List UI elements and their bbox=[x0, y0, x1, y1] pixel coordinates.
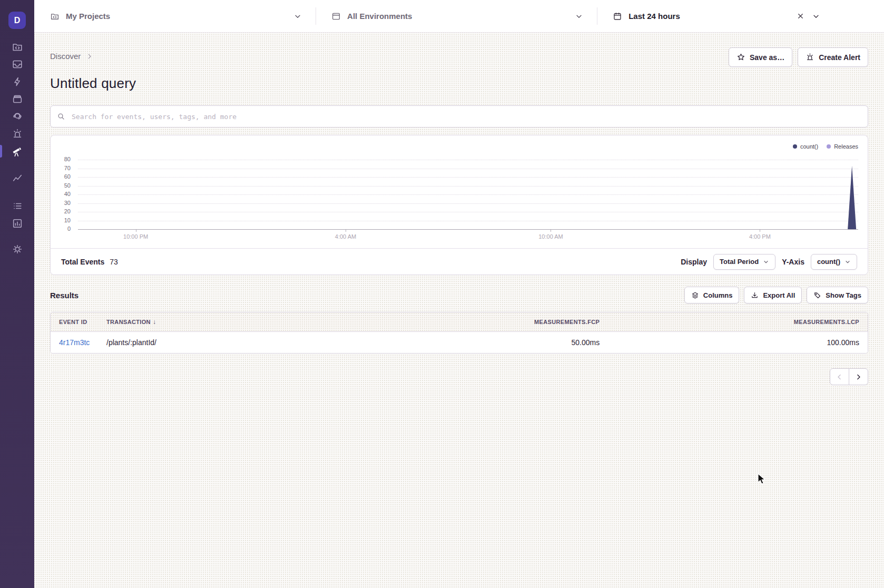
y-axis-label: Y-Axis bbox=[782, 258, 804, 266]
lightning-icon bbox=[12, 76, 23, 87]
pagination bbox=[50, 368, 868, 385]
column-header-transaction[interactable]: TRANSACTION ↓ bbox=[106, 318, 340, 326]
chevron-down-icon bbox=[293, 12, 302, 21]
fcp-cell: 50.00ms bbox=[340, 338, 600, 347]
y-axis-dropdown-value: count() bbox=[817, 258, 840, 266]
search-icon bbox=[57, 112, 65, 123]
main-content: Discover Save as… Create Alert Untitled … bbox=[34, 33, 884, 588]
layers-icon bbox=[691, 291, 699, 299]
event-id-link[interactable]: 4r17m3tc bbox=[59, 338, 90, 347]
export-all-button-label: Export All bbox=[763, 291, 795, 299]
events-chart-panel: count() Releases 80 70 60 50 40 30 20 10 bbox=[50, 135, 868, 275]
column-header-measurements-lcp[interactable]: MEASUREMENTS.LCP bbox=[600, 319, 859, 325]
date-range-label: Last 24 hours bbox=[628, 12, 680, 21]
columns-button-label: Columns bbox=[703, 291, 733, 299]
sidebar-nav bbox=[0, 38, 34, 258]
environment-selector-label: All Environments bbox=[347, 12, 412, 21]
chart-legend: count() Releases bbox=[793, 143, 858, 150]
sidebar-item-settings[interactable] bbox=[0, 241, 34, 258]
sidebar-item-issues[interactable] bbox=[0, 56, 34, 73]
sidebar-item-discover[interactable] bbox=[0, 143, 34, 160]
display-dropdown[interactable]: Total Period bbox=[713, 254, 775, 270]
releases-box-icon bbox=[12, 93, 23, 105]
legend-item-count[interactable]: count() bbox=[793, 143, 818, 150]
top-bar: My Projects All Environments Last 24 hou… bbox=[34, 0, 884, 33]
bar-chart-icon bbox=[12, 218, 23, 229]
line-chart-icon bbox=[12, 172, 23, 184]
list-icon bbox=[12, 200, 23, 212]
show-tags-button[interactable]: Show Tags bbox=[807, 287, 868, 303]
sidebar-item-releases[interactable] bbox=[0, 91, 34, 107]
lcp-cell: 100.00ms bbox=[600, 338, 859, 347]
project-selector[interactable]: My Projects bbox=[34, 0, 316, 32]
sidebar-item-projects[interactable] bbox=[0, 38, 34, 55]
environment-selector[interactable]: All Environments bbox=[316, 0, 597, 32]
chevron-down-icon bbox=[844, 259, 851, 265]
download-icon bbox=[751, 291, 759, 299]
headset-person-icon bbox=[12, 111, 23, 122]
results-heading: Results bbox=[50, 291, 78, 300]
next-page-button[interactable] bbox=[849, 368, 868, 385]
results-table-header: EVENT ID TRANSACTION ↓ MEASUREMENTS.FCP … bbox=[51, 312, 868, 332]
sort-desc-icon: ↓ bbox=[153, 318, 156, 326]
count-series-spike bbox=[78, 160, 858, 229]
sidebar-item-user-feedback[interactable] bbox=[0, 108, 34, 125]
total-events-label: Total Events bbox=[61, 258, 104, 266]
show-tags-button-label: Show Tags bbox=[826, 291, 861, 299]
chart-y-axis: 80 70 60 50 40 30 20 10 0 bbox=[58, 160, 74, 229]
releases-series-dot bbox=[827, 144, 831, 149]
sidebar-item-alerts[interactable] bbox=[0, 125, 34, 142]
clear-date-range-icon[interactable] bbox=[797, 12, 804, 20]
gear-icon bbox=[12, 243, 23, 255]
chart-plot-area[interactable] bbox=[78, 160, 858, 229]
calendar-icon bbox=[613, 12, 622, 21]
page-title: Untitled query bbox=[50, 75, 868, 92]
sidebar-item-activity[interactable] bbox=[0, 198, 34, 214]
event-id-cell: 4r17m3tc bbox=[59, 338, 106, 347]
legend-count-label: count() bbox=[800, 143, 818, 150]
siren-icon bbox=[12, 128, 23, 140]
table-row[interactable]: 4r17m3tc /plants/:plantId/ 50.00ms 100.0… bbox=[51, 332, 868, 353]
siren-icon bbox=[806, 53, 814, 62]
project-selector-label: My Projects bbox=[66, 12, 110, 21]
transaction-cell: /plants/:plantId/ bbox=[106, 338, 340, 347]
display-label: Display bbox=[681, 258, 707, 266]
create-alert-button[interactable]: Create Alert bbox=[798, 47, 868, 67]
org-avatar[interactable]: D bbox=[8, 12, 26, 29]
breadcrumb: Discover bbox=[50, 52, 93, 61]
save-as-button[interactable]: Save as… bbox=[729, 47, 792, 67]
total-events-value: 73 bbox=[110, 258, 118, 266]
chevron-down-icon bbox=[575, 12, 583, 21]
legend-item-releases[interactable]: Releases bbox=[827, 143, 858, 150]
chart-x-axis: 10:00 PM 4:00 AM 10:00 AM 4:00 PM bbox=[78, 229, 858, 245]
column-header-event-id[interactable]: EVENT ID bbox=[59, 319, 106, 325]
legend-releases-label: Releases bbox=[834, 143, 858, 150]
results-table: EVENT ID TRANSACTION ↓ MEASUREMENTS.FCP … bbox=[50, 312, 868, 354]
chart-footer: Total Events 73 Display Total Period Y-A… bbox=[51, 248, 868, 275]
export-all-button[interactable]: Export All bbox=[744, 287, 802, 303]
count-series-dot bbox=[793, 144, 797, 149]
columns-button[interactable]: Columns bbox=[684, 287, 740, 303]
chevron-right-icon bbox=[86, 53, 93, 60]
org-avatar-letter: D bbox=[14, 16, 21, 25]
issues-inbox-icon bbox=[12, 58, 23, 70]
breadcrumb-discover[interactable]: Discover bbox=[50, 52, 81, 61]
sidebar-item-performance[interactable] bbox=[0, 73, 34, 90]
environments-window-icon bbox=[331, 12, 341, 21]
sidebar-item-stats[interactable] bbox=[0, 215, 34, 232]
projects-folder-icon bbox=[12, 41, 23, 53]
column-header-measurements-fcp[interactable]: MEASUREMENTS.FCP bbox=[340, 319, 600, 325]
save-as-label: Save as… bbox=[750, 53, 784, 62]
date-range-selector[interactable]: Last 24 hours bbox=[597, 0, 884, 32]
sidebar-item-metrics[interactable] bbox=[0, 170, 34, 187]
previous-page-button bbox=[830, 368, 849, 385]
y-axis-dropdown[interactable]: count() bbox=[811, 254, 857, 270]
telescope-icon bbox=[11, 145, 23, 158]
display-dropdown-value: Total Period bbox=[720, 258, 759, 266]
create-alert-label: Create Alert bbox=[819, 53, 860, 62]
search-input[interactable] bbox=[50, 105, 868, 128]
sidebar: D bbox=[0, 0, 34, 588]
chevron-down-icon bbox=[812, 12, 820, 21]
star-icon bbox=[736, 53, 745, 62]
projects-folder-icon bbox=[50, 12, 60, 21]
